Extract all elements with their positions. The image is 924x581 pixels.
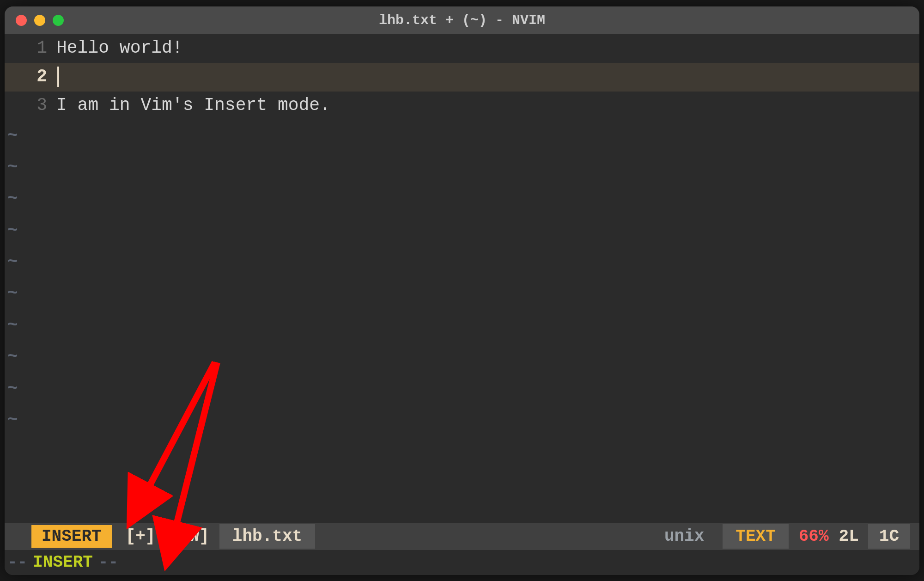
mode-dashes-left: -- [7,553,27,572]
commandline[interactable]: -- INSERT -- [5,550,919,575]
readwrite-indicator: [RW] [169,527,209,546]
tilde-marker: ~ [7,152,919,183]
line-number: 1 [5,34,56,62]
editor-area[interactable]: 1Hello world!23I am in Vim's Insert mode… [5,34,919,523]
tilde-marker: ~ [7,246,919,278]
maximize-button[interactable] [53,15,64,26]
mode-badge: INSERT [31,525,112,548]
line-content[interactable]: I am in Vim's Insert mode. [56,92,919,120]
line-number: 3 [5,92,56,120]
line-number: 2 [5,63,56,91]
modified-indicator: [+] [126,527,156,546]
titlebar: lhb.txt + (~) - NVIM [5,6,919,34]
close-button[interactable] [16,15,27,26]
tilde-marker: ~ [7,120,919,152]
line-content[interactable] [56,63,919,91]
line-content[interactable]: Hello world! [56,34,919,62]
editor-line[interactable]: 1Hello world! [5,34,919,63]
line-position: 2L [839,527,859,546]
tilde-marker: ~ [7,310,919,341]
minimize-button[interactable] [34,15,45,26]
editor-line[interactable]: 3I am in Vim's Insert mode. [5,92,919,120]
column-position: 1C [868,524,910,549]
filetype: TEXT [723,524,788,549]
window-title: lhb.txt + (~) - NVIM [379,12,545,28]
tilde-marker: ~ [7,183,919,214]
terminal-window: lhb.txt + (~) - NVIM 1Hello world!23I am… [5,6,919,575]
statusline: INSERT [+] [RW] lhb.txt unix TEXT 66% 2L… [5,523,919,550]
tilde-marker: ~ [7,215,919,246]
scroll-percent: 66% [799,527,829,546]
empty-lines: ~~~~~~~~~~ [5,120,919,436]
tilde-marker: ~ [7,341,919,373]
tilde-marker: ~ [7,373,919,404]
editor-line[interactable]: 2 [5,63,919,92]
tilde-marker: ~ [7,278,919,309]
tilde-marker: ~ [7,404,919,436]
window-controls [16,15,64,26]
mode-dashes-right: -- [98,553,118,572]
mode-text: INSERT [27,553,98,572]
filename: lhb.txt [219,524,315,549]
fileformat: unix [664,527,704,546]
cursor [57,67,59,87]
